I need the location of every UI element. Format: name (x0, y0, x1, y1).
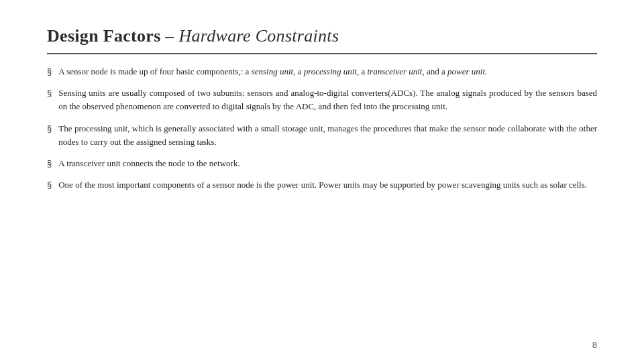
bullet-text: A transceiver unit connects the node to … (58, 157, 239, 170)
list-item: § A sensor node is made up of four basic… (47, 65, 597, 78)
slide-title: Design Factors – Hardware Constraints (47, 25, 597, 46)
title-italic: Hardware Constraints (178, 26, 339, 46)
content-area: § A sensor node is made up of four basic… (47, 65, 597, 192)
list-item: § The processing unit, which is generall… (47, 122, 597, 149)
bullet-text: One of the most important components of … (58, 178, 587, 192)
title-normal: Design Factors – (47, 26, 178, 46)
bullet-text: A sensor node is made up of four basic c… (58, 65, 487, 78)
list-item: § Sensing units are usually composed of … (47, 86, 597, 113)
bullet-icon: § (47, 158, 52, 168)
list-item: § One of the most important components o… (47, 178, 597, 192)
bullet-icon: § (47, 123, 52, 133)
bullet-text: The processing unit, which is generally … (58, 122, 597, 149)
bullet-icon: § (47, 180, 52, 190)
bullet-icon: § (47, 66, 52, 76)
title-divider (47, 53, 597, 54)
slide: Design Factors – Hardware Constraints § … (0, 0, 644, 362)
bullet-icon: § (47, 88, 52, 98)
list-item: § A transceiver unit connects the node t… (47, 157, 597, 170)
title-area: Design Factors – Hardware Constraints (47, 25, 597, 46)
page-number: 8 (592, 340, 597, 350)
bullet-text: Sensing units are usually composed of tw… (58, 86, 597, 113)
